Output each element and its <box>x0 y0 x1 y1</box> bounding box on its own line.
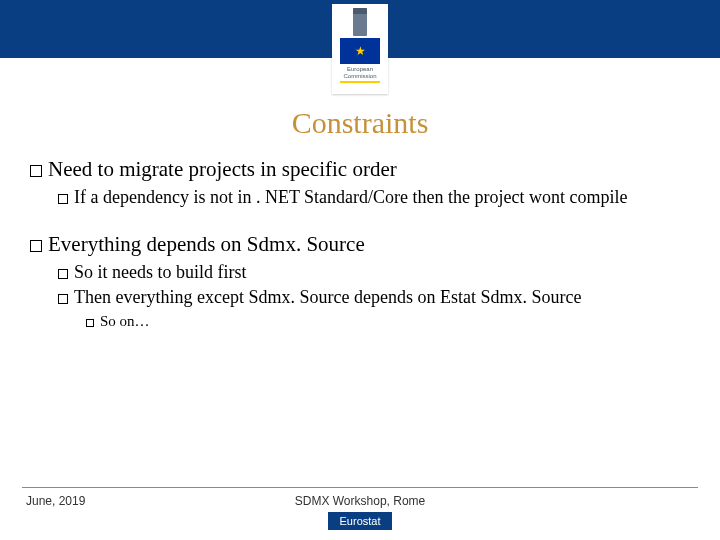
slide: ★ European Commission Constraints Need t… <box>0 0 720 540</box>
square-bullet-icon <box>30 165 42 177</box>
bullet-l3: So on… <box>86 312 690 331</box>
eurostat-badge: Eurostat <box>328 512 393 530</box>
square-bullet-icon <box>30 240 42 252</box>
square-bullet-icon <box>58 269 68 279</box>
bullet-l2: If a dependency is not in . NET Standard… <box>58 186 690 209</box>
ec-logo-line2: Commission <box>343 73 376 79</box>
slide-title: Constraints <box>30 106 690 140</box>
ec-logo-line1: European <box>347 66 373 72</box>
bullet-l1: Need to migrate projects in specific ord… <box>30 156 690 182</box>
bullet-text: If a dependency is not in . NET Standard… <box>74 187 628 207</box>
bullet-text: Need to migrate projects in specific ord… <box>48 157 397 181</box>
ec-logo: ★ European Commission <box>332 4 388 94</box>
square-bullet-icon <box>58 194 68 204</box>
bullet-text: So on… <box>100 313 150 329</box>
slide-content: Constraints Need to migrate projects in … <box>0 58 720 540</box>
ec-logo-label: European Commission <box>343 66 376 79</box>
bullet-text: Everything depends on Sdmx. Source <box>48 232 365 256</box>
bullet-text: Then everything except Sdmx. Source depe… <box>74 287 581 307</box>
footer-badge-wrap: Eurostat <box>0 512 720 540</box>
slide-footer: June, 2019 SDMX Workshop, Rome Eurostat <box>0 487 720 540</box>
square-bullet-icon <box>86 319 94 327</box>
bullet-l2: So it needs to build first <box>58 261 690 284</box>
header-bar: ★ European Commission <box>0 0 720 58</box>
bullet-text: So it needs to build first <box>74 262 247 282</box>
footer-event: SDMX Workshop, Rome <box>295 494 425 508</box>
bullet-l2: Then everything except Sdmx. Source depe… <box>58 286 690 309</box>
footer-row: June, 2019 SDMX Workshop, Rome <box>0 488 720 512</box>
eu-flag-icon: ★ <box>340 38 380 64</box>
footer-date: June, 2019 <box>26 494 85 508</box>
ec-building-icon <box>353 8 367 36</box>
bullet-l1: Everything depends on Sdmx. Source <box>30 231 690 257</box>
ec-logo-underline <box>340 81 380 83</box>
square-bullet-icon <box>58 294 68 304</box>
